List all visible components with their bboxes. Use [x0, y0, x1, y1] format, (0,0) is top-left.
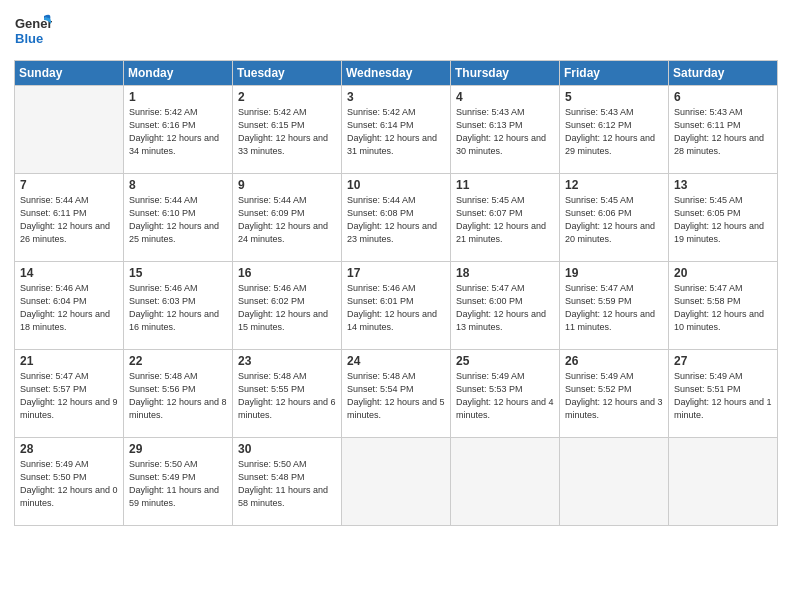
day-info: Sunrise: 5:47 AM Sunset: 5:59 PM Dayligh…	[565, 282, 663, 334]
day-number: 2	[238, 90, 336, 104]
calendar-cell	[669, 438, 778, 526]
calendar-cell: 29 Sunrise: 5:50 AM Sunset: 5:49 PM Dayl…	[124, 438, 233, 526]
sunset-label: Sunset: 6:11 PM	[674, 120, 741, 130]
sunset-label: Sunset: 6:10 PM	[129, 208, 196, 218]
day-number: 5	[565, 90, 663, 104]
day-number: 22	[129, 354, 227, 368]
calendar-cell: 6 Sunrise: 5:43 AM Sunset: 6:11 PM Dayli…	[669, 86, 778, 174]
sunset-label: Sunset: 6:07 PM	[456, 208, 523, 218]
daylight-label: Daylight: 12 hours and 0 minutes.	[20, 485, 118, 508]
sunset-label: Sunset: 6:13 PM	[456, 120, 523, 130]
sunrise-label: Sunrise: 5:46 AM	[238, 283, 307, 293]
sunrise-label: Sunrise: 5:43 AM	[565, 107, 634, 117]
calendar-cell: 8 Sunrise: 5:44 AM Sunset: 6:10 PM Dayli…	[124, 174, 233, 262]
calendar-cell	[560, 438, 669, 526]
daylight-label: Daylight: 12 hours and 3 minutes.	[565, 397, 663, 420]
day-number: 7	[20, 178, 118, 192]
day-info: Sunrise: 5:49 AM Sunset: 5:52 PM Dayligh…	[565, 370, 663, 422]
calendar-cell: 23 Sunrise: 5:48 AM Sunset: 5:55 PM Dayl…	[233, 350, 342, 438]
sunrise-label: Sunrise: 5:50 AM	[129, 459, 198, 469]
day-info: Sunrise: 5:44 AM Sunset: 6:11 PM Dayligh…	[20, 194, 118, 246]
calendar-week-row: 28 Sunrise: 5:49 AM Sunset: 5:50 PM Dayl…	[15, 438, 778, 526]
sunset-label: Sunset: 5:54 PM	[347, 384, 414, 394]
sunrise-label: Sunrise: 5:44 AM	[238, 195, 307, 205]
sunset-label: Sunset: 5:48 PM	[238, 472, 305, 482]
daylight-label: Daylight: 12 hours and 24 minutes.	[238, 221, 328, 244]
calendar-week-row: 1 Sunrise: 5:42 AM Sunset: 6:16 PM Dayli…	[15, 86, 778, 174]
daylight-label: Daylight: 12 hours and 23 minutes.	[347, 221, 437, 244]
day-number: 23	[238, 354, 336, 368]
calendar-cell: 9 Sunrise: 5:44 AM Sunset: 6:09 PM Dayli…	[233, 174, 342, 262]
calendar-cell: 13 Sunrise: 5:45 AM Sunset: 6:05 PM Dayl…	[669, 174, 778, 262]
sunset-label: Sunset: 5:50 PM	[20, 472, 87, 482]
sunrise-label: Sunrise: 5:49 AM	[456, 371, 525, 381]
day-info: Sunrise: 5:49 AM Sunset: 5:51 PM Dayligh…	[674, 370, 772, 422]
day-info: Sunrise: 5:48 AM Sunset: 5:54 PM Dayligh…	[347, 370, 445, 422]
day-number: 29	[129, 442, 227, 456]
calendar-week-row: 14 Sunrise: 5:46 AM Sunset: 6:04 PM Dayl…	[15, 262, 778, 350]
daylight-label: Daylight: 12 hours and 11 minutes.	[565, 309, 655, 332]
page-header: General Blue	[14, 10, 778, 52]
daylight-label: Daylight: 12 hours and 19 minutes.	[674, 221, 764, 244]
daylight-label: Daylight: 12 hours and 6 minutes.	[238, 397, 336, 420]
day-number: 1	[129, 90, 227, 104]
day-info: Sunrise: 5:45 AM Sunset: 6:06 PM Dayligh…	[565, 194, 663, 246]
sunrise-label: Sunrise: 5:47 AM	[20, 371, 89, 381]
day-number: 9	[238, 178, 336, 192]
calendar-cell: 25 Sunrise: 5:49 AM Sunset: 5:53 PM Dayl…	[451, 350, 560, 438]
daylight-label: Daylight: 12 hours and 18 minutes.	[20, 309, 110, 332]
day-number: 25	[456, 354, 554, 368]
day-number: 10	[347, 178, 445, 192]
daylight-label: Daylight: 12 hours and 31 minutes.	[347, 133, 437, 156]
day-number: 28	[20, 442, 118, 456]
logo-icon: General Blue	[14, 10, 52, 48]
sunrise-label: Sunrise: 5:45 AM	[565, 195, 634, 205]
day-number: 8	[129, 178, 227, 192]
sunset-label: Sunset: 6:15 PM	[238, 120, 305, 130]
sunset-label: Sunset: 6:04 PM	[20, 296, 87, 306]
calendar-cell: 14 Sunrise: 5:46 AM Sunset: 6:04 PM Dayl…	[15, 262, 124, 350]
sunset-label: Sunset: 6:06 PM	[565, 208, 632, 218]
calendar-week-row: 7 Sunrise: 5:44 AM Sunset: 6:11 PM Dayli…	[15, 174, 778, 262]
calendar-cell: 16 Sunrise: 5:46 AM Sunset: 6:02 PM Dayl…	[233, 262, 342, 350]
svg-text:Blue: Blue	[15, 31, 43, 46]
sunrise-label: Sunrise: 5:47 AM	[565, 283, 634, 293]
sunrise-label: Sunrise: 5:46 AM	[347, 283, 416, 293]
daylight-label: Daylight: 12 hours and 21 minutes.	[456, 221, 546, 244]
sunset-label: Sunset: 6:02 PM	[238, 296, 305, 306]
sunrise-label: Sunrise: 5:49 AM	[565, 371, 634, 381]
calendar-cell: 19 Sunrise: 5:47 AM Sunset: 5:59 PM Dayl…	[560, 262, 669, 350]
day-info: Sunrise: 5:45 AM Sunset: 6:05 PM Dayligh…	[674, 194, 772, 246]
daylight-label: Daylight: 12 hours and 5 minutes.	[347, 397, 445, 420]
day-number: 15	[129, 266, 227, 280]
day-info: Sunrise: 5:46 AM Sunset: 6:01 PM Dayligh…	[347, 282, 445, 334]
day-number: 19	[565, 266, 663, 280]
sunset-label: Sunset: 6:16 PM	[129, 120, 196, 130]
sunrise-label: Sunrise: 5:44 AM	[347, 195, 416, 205]
day-info: Sunrise: 5:45 AM Sunset: 6:07 PM Dayligh…	[456, 194, 554, 246]
sunset-label: Sunset: 5:56 PM	[129, 384, 196, 394]
daylight-label: Daylight: 12 hours and 26 minutes.	[20, 221, 110, 244]
daylight-label: Daylight: 12 hours and 28 minutes.	[674, 133, 764, 156]
day-info: Sunrise: 5:48 AM Sunset: 5:56 PM Dayligh…	[129, 370, 227, 422]
day-info: Sunrise: 5:50 AM Sunset: 5:48 PM Dayligh…	[238, 458, 336, 510]
calendar-cell: 17 Sunrise: 5:46 AM Sunset: 6:01 PM Dayl…	[342, 262, 451, 350]
day-number: 16	[238, 266, 336, 280]
calendar-cell	[15, 86, 124, 174]
sunset-label: Sunset: 6:03 PM	[129, 296, 196, 306]
day-info: Sunrise: 5:46 AM Sunset: 6:03 PM Dayligh…	[129, 282, 227, 334]
logo: General Blue	[14, 10, 52, 52]
daylight-label: Daylight: 12 hours and 8 minutes.	[129, 397, 227, 420]
day-info: Sunrise: 5:42 AM Sunset: 6:16 PM Dayligh…	[129, 106, 227, 158]
daylight-label: Daylight: 12 hours and 29 minutes.	[565, 133, 655, 156]
sunrise-label: Sunrise: 5:50 AM	[238, 459, 307, 469]
sunrise-label: Sunrise: 5:44 AM	[20, 195, 89, 205]
sunset-label: Sunset: 6:05 PM	[674, 208, 741, 218]
daylight-label: Daylight: 12 hours and 9 minutes.	[20, 397, 118, 420]
day-info: Sunrise: 5:47 AM Sunset: 6:00 PM Dayligh…	[456, 282, 554, 334]
sunset-label: Sunset: 6:01 PM	[347, 296, 414, 306]
calendar-cell: 5 Sunrise: 5:43 AM Sunset: 6:12 PM Dayli…	[560, 86, 669, 174]
day-info: Sunrise: 5:42 AM Sunset: 6:14 PM Dayligh…	[347, 106, 445, 158]
daylight-label: Daylight: 12 hours and 20 minutes.	[565, 221, 655, 244]
sunrise-label: Sunrise: 5:46 AM	[20, 283, 89, 293]
